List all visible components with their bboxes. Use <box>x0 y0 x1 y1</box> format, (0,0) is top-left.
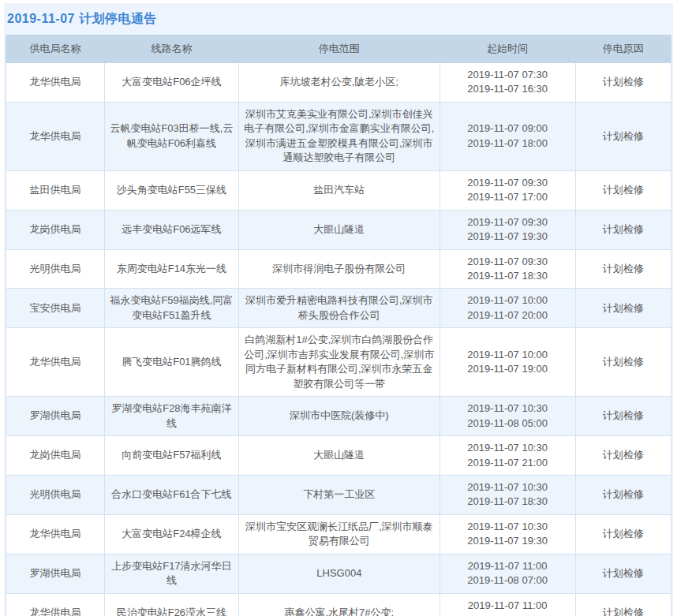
scope-cell: 白鸽湖新村1#公变,深圳市白鸽湖股份合作公司,深圳市吉邦实业发展有限公司,深圳市… <box>239 328 440 397</box>
end-time: 2019-11-07 17:00 <box>444 190 571 204</box>
start-time: 2019-11-07 10:30 <box>444 441 571 455</box>
bureau-cell: 龙华供电局 <box>6 514 105 554</box>
bureau-cell: 罗湖供电局 <box>6 397 105 436</box>
scope-cell: 深圳市得润电子股份有限公司 <box>239 249 440 289</box>
time-cell: 2019-11-07 09:30 2019-11-07 18:30 <box>439 249 575 289</box>
start-time: 2019-11-07 11:00 <box>444 599 571 613</box>
column-header-line: 线路名称 <box>104 35 238 63</box>
time-cell: 2019-11-07 11:00 2019-11-08 07:00 <box>439 554 575 593</box>
start-time: 2019-11-07 10:00 <box>444 293 571 308</box>
end-time: 2019-11-07 20:00 <box>444 613 571 616</box>
table-row: 光明供电局 合水口变电站F61合下七线 下村第一工业区 2019-11-07 1… <box>6 475 671 514</box>
time-cell: 2019-11-07 10:30 2019-11-07 21:00 <box>439 436 575 476</box>
end-time: 2019-11-07 19:30 <box>444 230 571 244</box>
bureau-cell: 龙华供电局 <box>6 328 105 397</box>
reason-cell: 计划检修 <box>575 289 671 328</box>
start-time: 2019-11-07 07:30 <box>444 68 571 82</box>
scope-cell: 深圳市宝安区观澜长江纸品厂,深圳市顺泰贸易有限公司 <box>239 514 440 554</box>
column-header-start-time: 起始时间 <box>439 35 575 63</box>
reason-cell: 计划检修 <box>575 397 671 436</box>
reason-cell: 计划检修 <box>575 249 671 289</box>
bureau-cell: 龙华供电局 <box>6 102 105 170</box>
reason-cell: 计划检修 <box>575 475 671 514</box>
reason-cell: 计划检修 <box>575 210 671 249</box>
start-time: 2019-11-07 10:00 <box>444 348 571 362</box>
table-row: 光明供电局 东周变电站F14东光一线 深圳市得润电子股份有限公司 2019-11… <box>6 249 671 289</box>
line-cell: 民治变电站F26滢水三线 <box>104 593 238 616</box>
start-time: 2019-11-07 10:30 <box>444 401 571 416</box>
start-time: 2019-11-07 10:30 <box>444 480 571 495</box>
line-cell: 上步变电站F17清水河华日线 <box>104 554 238 593</box>
line-cell: 腾飞变电站F01腾鸽线 <box>104 328 238 397</box>
outage-table: 供电局名称 线路名称 停电范围 起始时间 停电原因 龙华供电局 大富变电站F06… <box>6 35 671 616</box>
bureau-cell: 龙岗供电局 <box>6 210 105 249</box>
column-header-bureau: 供电局名称 <box>6 35 105 63</box>
header-row: 供电局名称 线路名称 停电范围 起始时间 停电原因 <box>6 35 671 63</box>
table-row: 龙岗供电局 远丰变电站F06远军线 大眼山隧道 2019-11-07 09:30… <box>6 210 671 249</box>
scope-cell: 大眼山隧道 <box>239 436 440 476</box>
bureau-cell: 龙岗供电局 <box>6 436 105 476</box>
column-header-scope: 停电范围 <box>239 35 440 63</box>
column-header-reason: 停电原因 <box>575 35 671 63</box>
scope-cell: 惠鑫公寓,水尾村7#公变; <box>239 593 440 616</box>
line-cell: 福永变电站F59福岗线,同富变电站F51盈升线 <box>104 289 238 328</box>
start-time: 2019-11-07 11:00 <box>444 559 571 573</box>
scope-cell: 深圳市艾克美实业有限公司,深圳市创佳兴电子有限公司,深圳市金富鹏实业有限公司,深… <box>239 102 440 170</box>
table-row: 罗湖供电局 罗湖变电站F28海丰苑南洋线 深圳市中医院(装修中) 2019-11… <box>6 397 671 436</box>
end-time: 2019-11-08 07:00 <box>444 573 571 588</box>
start-time: 2019-11-07 09:30 <box>444 176 571 190</box>
bureau-cell: 光明供电局 <box>6 249 105 289</box>
table-row: 龙华供电局 大富变电站F06企坪线 库坑坡老村公变,陂老小区; 2019-11-… <box>6 63 671 103</box>
table-row: 龙华供电局 大富变电站F24樟企线 深圳市宝安区观澜长江纸品厂,深圳市顺泰贸易有… <box>6 514 671 554</box>
time-cell: 2019-11-07 09:30 2019-11-07 19:30 <box>439 210 575 249</box>
start-time: 2019-11-07 09:00 <box>444 121 571 136</box>
reason-cell: 计划检修 <box>575 554 671 593</box>
table-row: 宝安供电局 福永变电站F59福岗线,同富变电站F51盈升线 深圳市爱升精密电路科… <box>6 289 671 328</box>
table-row: 罗湖供电局 上步变电站F17清水河华日线 LHSG004 2019-11-07 … <box>6 554 671 593</box>
start-time: 2019-11-07 10:30 <box>444 520 571 534</box>
page-title: 2019-11-07 计划停电通告 <box>4 3 673 35</box>
line-cell: 远丰变电站F06远军线 <box>104 210 238 249</box>
start-time: 2019-11-07 09:30 <box>444 255 571 269</box>
time-cell: 2019-11-07 10:00 2019-11-07 20:00 <box>439 289 575 328</box>
line-cell: 沙头角变电站F55三保线 <box>104 170 238 210</box>
time-cell: 2019-11-07 10:30 2019-11-07 19:30 <box>439 514 575 554</box>
time-cell: 2019-11-07 09:30 2019-11-07 17:00 <box>439 170 575 210</box>
start-time: 2019-11-07 09:30 <box>444 215 571 230</box>
reason-cell: 计划检修 <box>575 102 671 170</box>
end-time: 2019-11-07 21:00 <box>444 456 571 470</box>
scope-cell: 深圳市爱升精密电路科技有限公司,深圳市桥头股份合作公司 <box>239 289 440 328</box>
end-time: 2019-11-07 20:00 <box>444 308 571 323</box>
reason-cell: 计划检修 <box>575 593 671 616</box>
table-row: 盐田供电局 沙头角变电站F55三保线 盐田汽车站 2019-11-07 09:3… <box>6 170 671 210</box>
reason-cell: 计划检修 <box>575 170 671 210</box>
bureau-cell: 光明供电局 <box>6 475 105 514</box>
time-cell: 2019-11-07 10:00 2019-11-07 19:00 <box>439 328 575 397</box>
line-cell: 云帆变电站F03田桥一线,云帆变电站F06利嘉线 <box>104 102 238 170</box>
table-body: 龙华供电局 大富变电站F06企坪线 库坑坡老村公变,陂老小区; 2019-11-… <box>6 63 671 616</box>
scope-cell: 盐田汽车站 <box>239 170 440 210</box>
reason-cell: 计划检修 <box>575 63 671 103</box>
scope-cell: 大眼山隧道 <box>239 210 440 249</box>
bureau-cell: 罗湖供电局 <box>6 554 105 593</box>
line-cell: 东周变电站F14东光一线 <box>104 249 238 289</box>
time-cell: 2019-11-07 07:30 2019-11-07 16:30 <box>439 63 575 103</box>
time-cell: 2019-11-07 09:00 2019-11-07 18:00 <box>439 102 575 170</box>
table-row: 龙华供电局 腾飞变电站F01腾鸽线 白鸽湖新村1#公变,深圳市白鸽湖股份合作公司… <box>6 328 671 397</box>
end-time: 2019-11-07 18:00 <box>444 136 571 151</box>
end-time: 2019-11-08 05:00 <box>444 416 571 431</box>
time-cell: 2019-11-07 10:30 2019-11-07 18:30 <box>439 475 575 514</box>
end-time: 2019-11-07 19:00 <box>444 362 571 376</box>
table-row: 龙岗供电局 向前变电站F57福利线 大眼山隧道 2019-11-07 10:30… <box>6 436 671 476</box>
line-cell: 合水口变电站F61合下七线 <box>104 475 238 514</box>
bureau-cell: 宝安供电局 <box>6 289 105 328</box>
reason-cell: 计划检修 <box>575 514 671 554</box>
scope-cell: 库坑坡老村公变,陂老小区; <box>239 63 440 103</box>
notice-page: 2019-11-07 计划停电通告 供电局名称 线路名称 停电范围 起始时间 停… <box>4 3 673 616</box>
table-header: 供电局名称 线路名称 停电范围 起始时间 停电原因 <box>6 35 671 63</box>
end-time: 2019-11-07 18:30 <box>444 495 571 509</box>
time-cell: 2019-11-07 11:00 2019-11-07 20:00 <box>439 593 575 616</box>
time-cell: 2019-11-07 10:30 2019-11-08 05:00 <box>439 397 575 436</box>
reason-cell: 计划检修 <box>575 328 671 397</box>
line-cell: 大富变电站F06企坪线 <box>104 63 238 103</box>
